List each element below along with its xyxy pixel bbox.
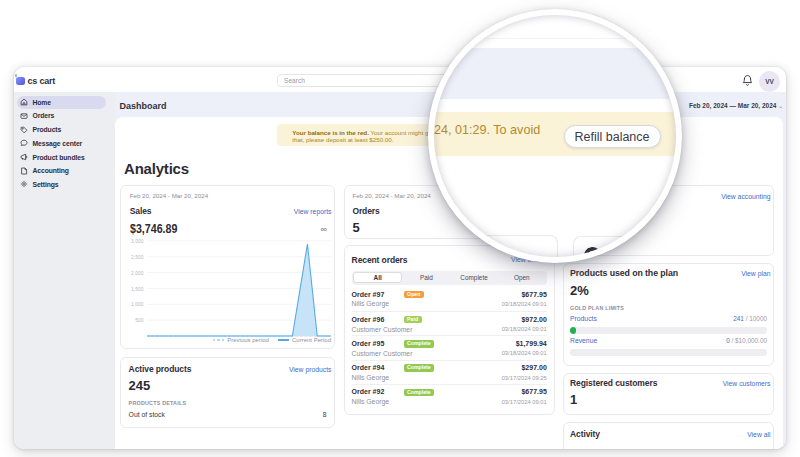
active-products-value: 245: [129, 378, 151, 393]
order-total: $297.00: [521, 364, 546, 371]
sidebar-item-message-center[interactable]: Message center: [17, 137, 106, 150]
order-customer: Nills George: [352, 300, 389, 307]
order-date: 03/18/2024 09:01: [502, 301, 547, 307]
plan-products-value: 241 / 10000: [667, 315, 767, 322]
sidebar-item-label: Message center: [33, 140, 83, 147]
date-range-picker[interactable]: Feb 20, 2024 — Mar 20, 2024 ⌄: [689, 102, 780, 109]
products-progress-fill: [570, 327, 576, 334]
gear-icon: [20, 180, 28, 188]
order-customer: Customer Customer: [352, 326, 413, 333]
tab-all[interactable]: All: [353, 272, 403, 284]
revenue-progress-bar: [570, 349, 767, 356]
user-avatar[interactable]: VV: [759, 71, 780, 92]
sidebar-item-product-bundles[interactable]: Product bundles: [17, 151, 106, 164]
registered-customers-value: 1: [570, 392, 577, 407]
order-row[interactable]: Order #95 Complete $1,799.94 Customer Cu…: [352, 335, 547, 359]
orders-card-date-range: Feb 20, 2024 - Mar 20, 2024: [352, 192, 430, 199]
registered-customers-title: Registered customers: [570, 378, 657, 388]
orders-value: 5: [352, 220, 359, 235]
order-date: 03/18/2024 09:01: [502, 350, 547, 356]
sidebar-item-products[interactable]: Products: [17, 123, 106, 136]
view-all-link[interactable]: View all: [691, 431, 771, 438]
sidebar-item-label: Home: [33, 99, 51, 106]
order-customer: Nills George: [352, 374, 389, 381]
sidebar-item-orders[interactable]: Orders: [17, 109, 106, 122]
view-reports-link[interactable]: View reports: [252, 208, 332, 215]
order-total: $972.00: [521, 316, 546, 323]
status-badge: Complete: [404, 364, 435, 371]
active-products-title: Active products: [129, 364, 192, 374]
tag-icon: [20, 126, 28, 134]
order-id: Order #92: [352, 388, 385, 395]
order-total: $1,799.94: [516, 340, 547, 347]
tab-complete[interactable]: Complete: [450, 272, 498, 284]
order-row[interactable]: Order #96 Paid $972.00 Customer Customer…: [352, 311, 547, 335]
order-row[interactable]: Order #94 Complete $297.00 Nills George …: [352, 360, 547, 384]
order-id: Order #95: [352, 340, 385, 347]
view-accounting-link[interactable]: View accounting: [691, 193, 771, 200]
brand-logo-icon: [16, 77, 24, 85]
status-badge: Complete: [404, 340, 435, 347]
legend-current-period: Current Period: [278, 337, 331, 343]
sidebar-item-home[interactable]: Home: [17, 96, 106, 109]
page-title: Dashboard: [120, 101, 167, 111]
sidebar-item-label: Settings: [33, 181, 59, 188]
out-of-stock-value: 8: [287, 411, 327, 418]
sidebar-item-accounting[interactable]: Accounting: [17, 164, 106, 177]
order-row[interactable]: Order #97 Open $677.95 Nills George 03/1…: [352, 287, 547, 311]
view-products-link[interactable]: View products: [252, 366, 332, 373]
order-row[interactable]: Order #92 Complete $677.95 Nills George …: [352, 384, 547, 408]
chat-bubble-icon: [20, 139, 28, 147]
sales-card-date-range: Feb 20, 2024 - Mar 20, 2024: [130, 192, 208, 199]
activity-title: Activity: [570, 429, 600, 439]
chart-tick-label: 2,000: [104, 270, 144, 276]
order-customer: Nills George: [352, 398, 389, 405]
sidebar-item-label: Accounting: [33, 167, 69, 174]
plan-products-label[interactable]: Products: [570, 315, 597, 322]
order-id: Order #97: [352, 291, 385, 298]
out-of-stock-label: Out of stock: [129, 411, 165, 418]
plan-revenue-value: 0 / $10,000.00: [667, 337, 767, 344]
recent-orders-title: Recent orders: [352, 255, 408, 265]
document-icon: [20, 167, 28, 175]
order-id: Order #96: [352, 316, 385, 323]
notifications-bell-icon[interactable]: [741, 73, 754, 86]
view-customers-link[interactable]: View customers: [691, 380, 771, 387]
brand-name: cs cart: [28, 76, 56, 86]
home-icon: [20, 98, 28, 106]
plan-card-title: Products used on the plan: [570, 268, 678, 278]
chart-tick-label: 500: [104, 317, 144, 323]
sidebar-item-label: Product bundles: [33, 154, 85, 161]
order-total: $677.95: [521, 291, 546, 298]
chart-tick-label: 1,500: [104, 286, 144, 292]
analytics-heading: Analytics: [124, 160, 189, 177]
sidebar-item-label: Products: [33, 126, 62, 133]
products-progress-bar: [570, 327, 767, 334]
orders-list: Order #97 Open $677.95 Nills George 03/1…: [352, 287, 547, 407]
orders-card-title: Orders: [352, 206, 379, 216]
tab-paid[interactable]: Paid: [402, 272, 450, 284]
legend-swatch-previous: [213, 339, 224, 341]
chart-tick-label: 1,000: [104, 301, 144, 307]
megaphone-icon: [20, 153, 28, 161]
screenshot-stage: cs cart VV Home: [0, 0, 800, 457]
chart-tick-label: 3,000: [104, 238, 144, 244]
sales-value: $3,746.89: [130, 221, 177, 236]
chevron-down-icon: ⌄: [778, 103, 783, 109]
status-badge: Paid: [404, 316, 422, 323]
status-badge: Complete: [404, 389, 435, 396]
plan-revenue-label[interactable]: Revenue: [570, 337, 597, 344]
order-status-tabs: All Paid Complete Open: [352, 271, 547, 285]
magnifier-inner-shade: [434, 15, 676, 257]
plan-limits-label: GOLD PLAN LIMITS: [570, 305, 624, 311]
envelope-icon: [20, 112, 28, 120]
tab-open[interactable]: Open: [498, 272, 546, 284]
legend-previous-period: Previous period: [213, 337, 269, 343]
order-date: 03/18/2024 09:01: [502, 326, 547, 332]
order-date: 03/17/2024 09:25: [502, 375, 547, 381]
view-plan-link[interactable]: View plan: [691, 270, 771, 277]
sidebar-item-settings[interactable]: Settings: [17, 178, 106, 191]
status-badge: Open: [404, 291, 424, 298]
order-date: 03/17/2024 09:01: [502, 399, 547, 405]
order-customer: Customer Customer: [352, 350, 413, 357]
